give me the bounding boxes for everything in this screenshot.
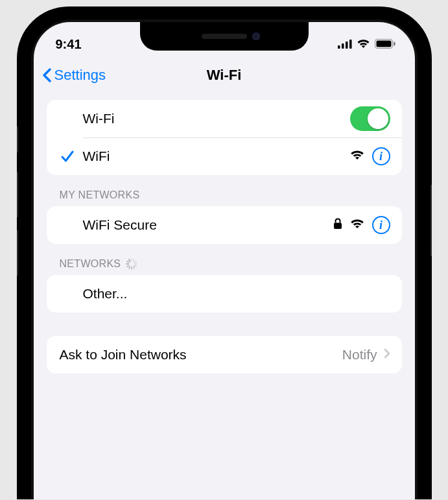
volume-up-button <box>17 172 18 217</box>
svg-rect-7 <box>334 223 342 230</box>
wifi-toggle[interactable] <box>350 106 390 131</box>
screen: 9:41 <box>34 22 415 499</box>
wifi-signal-icon <box>350 150 364 163</box>
svg-rect-1 <box>342 43 344 49</box>
page-title: Wi-Fi <box>207 67 242 84</box>
loading-spinner-icon <box>126 258 137 270</box>
wifi-toggle-row: Wi-Fi <box>47 100 402 137</box>
nav-bar: Settings Wi-Fi <box>34 57 415 93</box>
svg-rect-3 <box>349 40 352 49</box>
networks-header: NETWORKS <box>47 258 402 275</box>
back-button[interactable]: Settings <box>41 67 106 84</box>
other-label: Other... <box>83 286 390 302</box>
device-frame: 9:41 <box>17 6 432 499</box>
checkmark-icon <box>58 149 77 163</box>
chevron-right-icon <box>384 348 390 361</box>
networks-header-label: NETWORKS <box>60 258 121 270</box>
volume-down-button <box>17 230 18 276</box>
svg-rect-2 <box>346 42 348 49</box>
ask-join-group: Ask to Join Networks Notify <box>47 336 402 374</box>
network-name: WiFi Secure <box>83 217 333 233</box>
svg-rect-5 <box>376 40 391 47</box>
back-label: Settings <box>54 67 106 84</box>
my-networks-header: MY NETWORKS <box>47 189 402 206</box>
wifi-main-group: Wi-Fi WiFi <box>47 100 402 175</box>
notch <box>140 22 309 51</box>
info-button[interactable]: i <box>372 147 390 165</box>
my-networks-group: WiFi Secure <box>47 206 402 244</box>
networks-group: Other... <box>47 275 402 313</box>
ask-join-label: Ask to Join Networks <box>60 347 342 363</box>
other-network-row[interactable]: Other... <box>47 275 402 313</box>
mute-switch <box>17 126 18 152</box>
network-row[interactable]: WiFi Secure <box>47 206 402 244</box>
front-camera <box>252 32 260 40</box>
wifi-signal-icon <box>350 219 364 232</box>
info-button[interactable]: i <box>372 216 390 234</box>
connected-network-row[interactable]: WiFi i <box>47 137 402 175</box>
lock-icon <box>333 218 342 232</box>
status-time: 9:41 <box>56 37 82 52</box>
wifi-status-icon <box>357 37 370 52</box>
wifi-toggle-label: Wi-Fi <box>83 111 350 126</box>
battery-icon <box>375 37 395 52</box>
ask-join-row[interactable]: Ask to Join Networks Notify <box>47 336 402 374</box>
svg-rect-6 <box>394 42 395 45</box>
toggle-knob <box>368 108 388 129</box>
connected-network-name: WiFi <box>83 149 350 164</box>
speaker-grille <box>202 34 247 39</box>
ask-join-value: Notify <box>342 347 377 363</box>
cellular-signal-icon <box>338 37 352 52</box>
svg-rect-0 <box>338 45 340 49</box>
chevron-left-icon <box>41 67 52 83</box>
power-button <box>430 185 432 256</box>
